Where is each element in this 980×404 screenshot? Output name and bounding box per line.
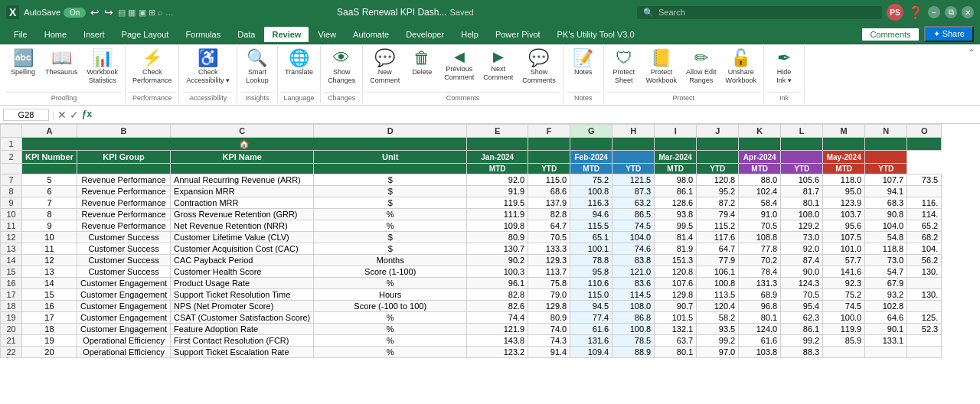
- data-cell[interactable]: 109.8: [467, 220, 528, 232]
- data-cell[interactable]: 77.4: [570, 312, 612, 324]
- data-cell[interactable]: 5: [22, 174, 77, 186]
- data-cell[interactable]: 82.6: [467, 301, 528, 312]
- data-cell[interactable]: 86.5: [612, 209, 655, 220]
- data-cell[interactable]: [907, 301, 942, 312]
- data-cell[interactable]: Customer Engagement: [77, 301, 170, 312]
- data-cell[interactable]: Customer Health Score: [171, 266, 314, 278]
- data-cell[interactable]: 129.8: [655, 289, 697, 301]
- col-header-d[interactable]: D: [314, 125, 467, 138]
- data-cell[interactable]: 82.8: [528, 209, 570, 220]
- data-cell[interactable]: 104.: [907, 243, 942, 255]
- data-cell[interactable]: 80.1: [655, 347, 697, 358]
- data-cell[interactable]: 90.0: [781, 266, 823, 278]
- data-cell[interactable]: [907, 347, 942, 358]
- cancel-formula-icon[interactable]: ✕: [57, 109, 67, 121]
- data-cell[interactable]: 133.3: [528, 243, 570, 255]
- data-cell[interactable]: [907, 186, 942, 197]
- data-cell[interactable]: Support Ticket Resolution Time: [171, 289, 314, 301]
- data-cell[interactable]: Customer Success: [77, 232, 170, 243]
- comments-button[interactable]: Comments: [861, 28, 919, 41]
- data-cell[interactable]: $: [314, 243, 467, 255]
- tab-data[interactable]: Data: [230, 27, 263, 42]
- data-cell[interactable]: 102.8: [865, 301, 907, 312]
- data-cell[interactable]: Customer Engagement: [77, 324, 170, 335]
- data-cell[interactable]: Score (1-100): [314, 266, 467, 278]
- data-cell[interactable]: 94.6: [570, 209, 612, 220]
- col-header-c[interactable]: C: [171, 125, 314, 138]
- data-cell[interactable]: 75.2: [823, 289, 865, 301]
- data-cell[interactable]: 90.2: [467, 255, 528, 266]
- data-cell[interactable]: Operational Efficiency: [77, 347, 170, 358]
- data-cell[interactable]: 101.0: [823, 243, 865, 255]
- data-cell[interactable]: 74.3: [528, 335, 570, 347]
- data-cell[interactable]: 120.8: [697, 174, 739, 186]
- data-cell[interactable]: 86.1: [781, 324, 823, 335]
- data-cell[interactable]: 141.6: [823, 266, 865, 278]
- data-cell[interactable]: 92.3: [823, 278, 865, 289]
- data-cell[interactable]: 121.9: [467, 324, 528, 335]
- data-cell[interactable]: 92.0: [467, 174, 528, 186]
- data-cell[interactable]: 65.1: [570, 232, 612, 243]
- data-cell[interactable]: $: [314, 197, 467, 209]
- notes-button[interactable]: 📝 Notes: [567, 47, 600, 79]
- data-cell[interactable]: 106.1: [697, 266, 739, 278]
- show-changes-button[interactable]: 👁 ShowChanges: [324, 47, 359, 87]
- data-cell[interactable]: 80.1: [781, 197, 823, 209]
- data-cell[interactable]: 99.2: [781, 335, 823, 347]
- minimize-button[interactable]: −: [928, 6, 940, 18]
- data-cell[interactable]: 115.2: [697, 220, 739, 232]
- data-cell[interactable]: $: [314, 174, 467, 186]
- insert-function-icon[interactable]: ƒx: [82, 109, 92, 121]
- data-cell[interactable]: 93.2: [865, 289, 907, 301]
- data-cell[interactable]: 113.7: [528, 266, 570, 278]
- data-cell[interactable]: 12: [22, 255, 77, 266]
- data-cell[interactable]: 83.8: [612, 255, 655, 266]
- data-cell[interactable]: [823, 347, 865, 358]
- data-cell[interactable]: 113.5: [697, 289, 739, 301]
- data-cell[interactable]: 91.0: [739, 209, 781, 220]
- data-cell[interactable]: Customer Engagement: [77, 289, 170, 301]
- data-cell[interactable]: 68.6: [528, 186, 570, 197]
- data-cell[interactable]: %: [314, 312, 467, 324]
- tab-formulas[interactable]: Formulas: [178, 27, 228, 42]
- data-cell[interactable]: 99.2: [697, 335, 739, 347]
- data-cell[interactable]: Expansion MRR: [171, 186, 314, 197]
- data-cell[interactable]: CAC Payback Period: [171, 255, 314, 266]
- data-cell[interactable]: 52.3: [907, 324, 942, 335]
- data-cell[interactable]: 11: [22, 243, 77, 255]
- data-cell[interactable]: $: [314, 232, 467, 243]
- data-cell[interactable]: 86.1: [655, 186, 697, 197]
- data-cell[interactable]: 64.6: [865, 312, 907, 324]
- data-cell[interactable]: 119.5: [467, 197, 528, 209]
- col-header-h[interactable]: H: [612, 125, 655, 138]
- data-cell[interactable]: 100.3: [467, 266, 528, 278]
- next-comment-button[interactable]: ▶ NextComment: [479, 47, 517, 84]
- data-cell[interactable]: 130.7: [467, 243, 528, 255]
- data-cell[interactable]: Score (-100 to 100): [314, 301, 467, 312]
- tab-automate[interactable]: Automate: [345, 27, 397, 42]
- data-cell[interactable]: %: [314, 220, 467, 232]
- formula-input[interactable]: [95, 109, 977, 120]
- data-cell[interactable]: 121.0: [612, 266, 655, 278]
- data-cell[interactable]: 125.: [907, 312, 942, 324]
- data-cell[interactable]: 103.8: [739, 347, 781, 358]
- tab-help[interactable]: Help: [453, 27, 486, 42]
- data-cell[interactable]: 108.8: [739, 232, 781, 243]
- data-cell[interactable]: 87.2: [697, 197, 739, 209]
- data-cell[interactable]: Revenue Performance: [77, 197, 170, 209]
- data-cell[interactable]: 128.6: [655, 197, 697, 209]
- data-cell[interactable]: 7: [22, 197, 77, 209]
- tab-developer[interactable]: Developer: [398, 27, 452, 42]
- data-cell[interactable]: 70.5: [528, 232, 570, 243]
- data-cell[interactable]: %: [314, 324, 467, 335]
- data-cell[interactable]: 87.3: [612, 186, 655, 197]
- data-cell[interactable]: 91.4: [528, 347, 570, 358]
- data-cell[interactable]: 118.8: [865, 243, 907, 255]
- data-cell[interactable]: 86.8: [612, 312, 655, 324]
- data-cell[interactable]: [907, 335, 942, 347]
- data-cell[interactable]: 73.5: [907, 174, 942, 186]
- data-cell[interactable]: 104.0: [612, 232, 655, 243]
- data-cell[interactable]: 70.5: [781, 289, 823, 301]
- hide-ink-button[interactable]: ✒ HideInk ▾: [767, 47, 801, 87]
- col-header-b[interactable]: B: [77, 125, 170, 138]
